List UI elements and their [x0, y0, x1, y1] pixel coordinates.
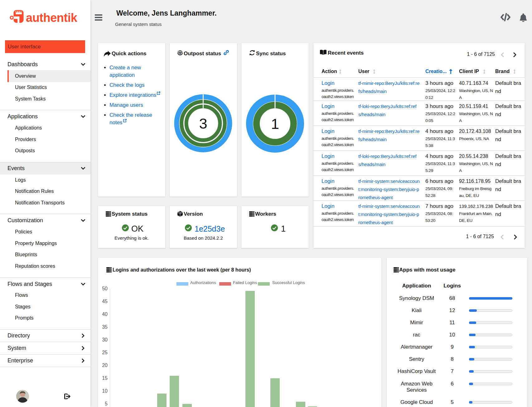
svg-text:3: 3 — [199, 115, 207, 132]
svg-text:1: 1 — [271, 115, 279, 132]
svg-text:authentik: authentik — [26, 11, 78, 24]
